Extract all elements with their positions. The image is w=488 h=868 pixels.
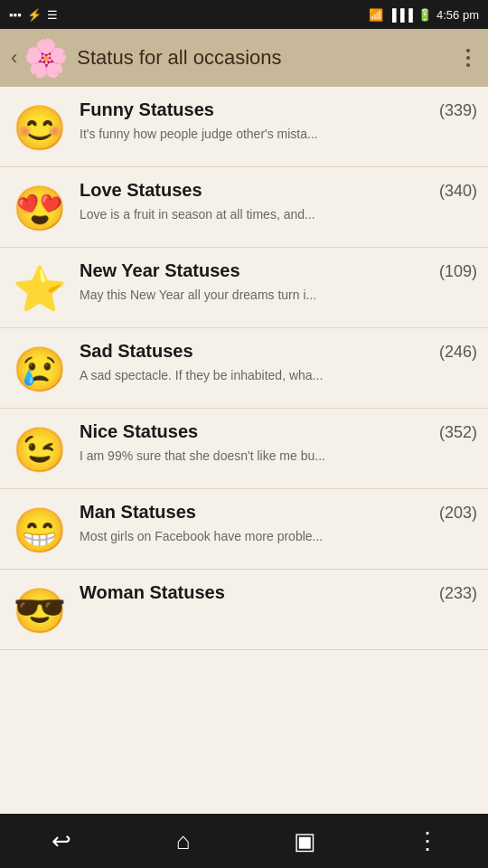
item-title-sad: Sad Statuses — [80, 341, 193, 362]
item-emoji-nice: 😉 — [11, 421, 69, 479]
list-item-love[interactable]: 😍 Love Statuses (340) Love is a fruit in… — [0, 167, 488, 248]
recent-apps-icon: ▣ — [294, 827, 316, 855]
app-header: ‹ 🌸 Status for all occasions — [0, 29, 488, 87]
item-title-newyear: New Year Statuses — [80, 260, 240, 281]
list-item-funny[interactable]: 😊 Funny Statuses (339) It's funny how pe… — [0, 87, 488, 167]
item-count-man: (203) — [439, 504, 477, 523]
item-emoji-love: 😍 — [11, 180, 69, 238]
item-emoji-newyear: ⭐ — [11, 260, 69, 318]
bars-icon: ☰ — [47, 8, 58, 22]
item-title-row-sad: Sad Statuses (246) — [80, 341, 477, 362]
item-desc-sad: A sad spectacle. If they be inhabited, w… — [80, 367, 477, 383]
item-emoji-funny: 😊 — [11, 99, 69, 157]
app-icon: 🌸 — [24, 36, 68, 80]
item-count-nice: (352) — [439, 423, 477, 442]
signal-icon: ▪▪▪ — [9, 8, 22, 22]
list-item-nice[interactable]: 😉 Nice Statuses (352) I am 99% sure that… — [0, 409, 488, 489]
list-item-sad[interactable]: 😢 Sad Statuses (246) A sad spectacle. If… — [0, 328, 488, 409]
item-content-nice: Nice Statuses (352) I am 99% sure that s… — [80, 421, 477, 464]
header-title: Status for all occasions — [77, 46, 459, 70]
item-emoji-sad: 😢 — [11, 341, 69, 399]
item-title-woman: Woman Statuses — [80, 582, 225, 603]
phone-icon: 📶 — [369, 8, 383, 22]
item-title-nice: Nice Statuses — [80, 421, 198, 442]
item-title-row-woman: Woman Statuses (233) — [80, 582, 477, 603]
list-item-man[interactable]: 😁 Man Statuses (203) Most girls on Faceb… — [0, 489, 488, 570]
list-item-newyear[interactable]: ⭐ New Year Statuses (109) May this New Y… — [0, 248, 488, 328]
item-content-newyear: New Year Statuses (109) May this New Yea… — [80, 260, 477, 303]
usb-icon: ⚡ — [27, 8, 42, 22]
nav-back-button[interactable]: ↩ — [34, 814, 89, 868]
item-content-woman: Woman Statuses (233) — [80, 582, 477, 609]
item-title-man: Man Statuses — [80, 502, 196, 523]
item-content-man: Man Statuses (203) Most girls on Faceboo… — [80, 502, 477, 544]
signal-bars-icon: ▐▐▐ — [388, 8, 413, 22]
item-title-row-nice: Nice Statuses (352) — [80, 421, 477, 442]
time-display: 4:56 pm — [436, 8, 479, 22]
item-desc-funny: It's funny how people judge other's mist… — [80, 126, 477, 142]
item-title-row-funny: Funny Statuses (339) — [80, 99, 477, 120]
item-count-funny: (339) — [439, 101, 477, 120]
item-title-row-man: Man Statuses (203) — [80, 502, 477, 523]
menu-dot-2 — [466, 56, 470, 60]
item-count-newyear: (109) — [439, 262, 477, 281]
item-desc-nice: I am 99% sure that she doesn't like me b… — [80, 448, 477, 464]
nav-home-button[interactable]: ⌂ — [156, 814, 211, 868]
item-content-sad: Sad Statuses (246) A sad spectacle. If t… — [80, 341, 477, 383]
item-desc-newyear: May this New Year all your dreams turn i… — [80, 287, 477, 303]
item-content-love: Love Statuses (340) Love is a fruit in s… — [80, 180, 477, 222]
item-count-sad: (246) — [439, 343, 477, 362]
item-emoji-woman: 😎 — [11, 582, 69, 640]
battery-icon: 🔋 — [418, 8, 432, 22]
status-bar-left: ▪▪▪ ⚡ ☰ — [9, 8, 58, 22]
item-desc-man: Most girls on Facebook have more proble.… — [80, 528, 477, 544]
menu-dot-1 — [466, 49, 470, 52]
overflow-menu-button[interactable] — [459, 42, 477, 74]
item-title-row-newyear: New Year Statuses (109) — [80, 260, 477, 281]
item-title-row-love: Love Statuses (340) — [80, 180, 477, 201]
bottom-navigation: ↩ ⌂ ▣ ⋮ — [0, 814, 488, 868]
back-button[interactable]: ‹ — [11, 46, 17, 70]
menu-dot-3 — [466, 63, 470, 67]
list-item-woman[interactable]: 😎 Woman Statuses (233) — [0, 570, 488, 650]
home-icon: ⌂ — [176, 827, 191, 855]
item-title-love: Love Statuses — [80, 180, 202, 201]
status-bar-right: 📶 ▐▐▐ 🔋 4:56 pm — [369, 8, 479, 22]
back-arrow-icon: ↩ — [52, 827, 71, 855]
item-emoji-man: 😁 — [11, 502, 69, 560]
item-content-funny: Funny Statuses (339) It's funny how peop… — [80, 99, 477, 142]
status-list: 😊 Funny Statuses (339) It's funny how pe… — [0, 87, 488, 814]
nav-more-button[interactable]: ⋮ — [400, 814, 455, 868]
item-desc-love: Love is a fruit in season at all times, … — [80, 206, 477, 222]
item-count-woman: (233) — [439, 584, 477, 603]
item-title-funny: Funny Statuses — [80, 99, 214, 120]
item-count-love: (340) — [439, 182, 477, 201]
more-icon: ⋮ — [416, 827, 439, 855]
nav-recent-button[interactable]: ▣ — [278, 814, 333, 868]
status-bar: ▪▪▪ ⚡ ☰ 📶 ▐▐▐ 🔋 4:56 pm — [0, 0, 488, 29]
